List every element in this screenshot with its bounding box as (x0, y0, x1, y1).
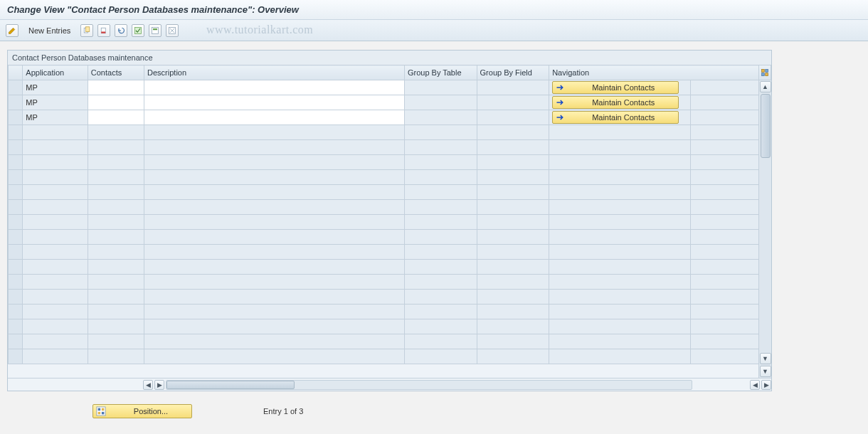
scroll-left-button[interactable]: ◀ (143, 380, 153, 390)
table-header-row: Application Contacts Description Group B… (9, 65, 761, 80)
description-input[interactable] (144, 95, 404, 110)
empty-cell (144, 155, 405, 170)
empty-cell (144, 230, 405, 245)
select-block-button[interactable] (149, 24, 162, 37)
delete-button[interactable] (97, 24, 110, 37)
grid-wrap: Application Contacts Description Group B… (8, 65, 771, 378)
contacts-input[interactable] (88, 95, 144, 110)
empty-cell (23, 349, 88, 364)
cell-application[interactable]: MP (23, 110, 88, 125)
toggle-display-change-button[interactable] (6, 24, 18, 37)
table-settings-button[interactable] (758, 65, 771, 80)
hscroll-thumb[interactable] (166, 381, 295, 389)
deselect-all-button[interactable] (166, 24, 179, 37)
row-selector[interactable] (9, 260, 23, 275)
scroll-left-end-button[interactable]: ◀ (750, 380, 760, 390)
empty-cell (549, 275, 691, 290)
col-group-by-table[interactable]: Group By Table (404, 65, 477, 80)
empty-cell (691, 245, 761, 260)
maintain-contacts-button[interactable]: Maintain Contacts (552, 111, 679, 124)
cell-contacts[interactable] (88, 95, 144, 110)
hscroll-track[interactable] (166, 380, 692, 390)
undo-change-button[interactable] (115, 24, 127, 37)
copy-as-button[interactable] (80, 24, 93, 37)
empty-cell (88, 319, 144, 334)
cell-description[interactable] (144, 110, 405, 125)
description-input[interactable] (144, 80, 404, 95)
cell-application[interactable]: MP (23, 80, 88, 95)
cell-description[interactable] (144, 80, 405, 95)
empty-cell (691, 305, 761, 319)
select-all-button[interactable] (132, 24, 144, 37)
horizontal-scrollbar[interactable]: ◀ ▶ ◀ ▶ (8, 378, 771, 391)
scroll-right-end-button[interactable]: ▶ (761, 380, 771, 390)
empty-cell (88, 185, 144, 200)
row-selector[interactable] (9, 140, 23, 155)
row-selector[interactable] (9, 110, 23, 125)
entry-count-text: Entry 1 of 3 (263, 407, 303, 416)
maintain-contacts-button[interactable]: Maintain Contacts (552, 81, 679, 94)
empty-cell (549, 125, 691, 140)
col-group-by-field[interactable]: Group By Field (477, 65, 549, 80)
svg-rect-13 (766, 73, 768, 76)
empty-cell (691, 349, 761, 364)
empty-cell (549, 185, 691, 200)
col-application[interactable]: Application (23, 65, 88, 80)
scroll-thumb[interactable] (761, 94, 771, 158)
scroll-down-button-2[interactable]: ▼ (760, 366, 771, 377)
row-selector[interactable] (9, 245, 23, 260)
row-selector[interactable] (9, 200, 23, 215)
cell-group-by-table[interactable] (404, 95, 477, 110)
col-description[interactable]: Description (144, 65, 405, 80)
scroll-up-button[interactable]: ▲ (760, 81, 771, 92)
cell-contacts[interactable] (88, 110, 144, 125)
row-selector[interactable] (9, 80, 23, 95)
empty-cell (477, 230, 549, 245)
empty-cell (404, 215, 477, 230)
empty-cell (477, 260, 549, 275)
row-selector[interactable] (9, 275, 23, 290)
empty-cell (404, 200, 477, 215)
row-selector[interactable] (9, 290, 23, 305)
empty-cell (144, 260, 405, 275)
cell-description[interactable] (144, 95, 405, 110)
empty-cell (404, 349, 477, 364)
row-selector[interactable] (9, 170, 23, 185)
row-selector[interactable] (9, 305, 23, 319)
vertical-scrollbar[interactable]: ▲ ▼ ▼ (758, 80, 771, 378)
cell-application[interactable]: MP (23, 95, 88, 110)
description-input[interactable] (144, 110, 404, 125)
cell-group-by-field[interactable] (477, 95, 549, 110)
row-selector[interactable] (9, 125, 23, 140)
contacts-input[interactable] (88, 80, 144, 95)
cell-group-by-table[interactable] (404, 80, 477, 95)
row-selector[interactable] (9, 185, 23, 200)
position-button[interactable]: Position... (92, 404, 192, 418)
empty-cell (691, 185, 761, 200)
col-navigation[interactable]: Navigation (549, 65, 761, 80)
row-selector[interactable] (9, 215, 23, 230)
cell-contacts[interactable] (88, 80, 144, 95)
new-entries-button[interactable]: New Entries (23, 23, 76, 38)
cell-group-by-table[interactable] (404, 110, 477, 125)
contacts-input[interactable] (88, 110, 144, 125)
row-selector[interactable] (9, 155, 23, 170)
col-contacts[interactable]: Contacts (88, 65, 144, 80)
col-selector[interactable] (9, 65, 23, 80)
maintain-contacts-button[interactable]: Maintain Contacts (552, 96, 679, 109)
empty-cell (477, 245, 549, 260)
row-selector[interactable] (9, 334, 23, 349)
row-selector[interactable] (9, 230, 23, 245)
scroll-down-button[interactable]: ▼ (760, 353, 771, 364)
row-selector[interactable] (9, 95, 23, 110)
title-bar: Change View "Contact Person Databases ma… (0, 0, 868, 20)
position-button-label: Position... (110, 407, 191, 416)
cell-group-by-field[interactable] (477, 110, 549, 125)
empty-cell (549, 215, 691, 230)
row-selector[interactable] (9, 319, 23, 334)
cell-group-by-field[interactable] (477, 80, 549, 95)
scroll-right-button[interactable]: ▶ (154, 380, 164, 390)
row-selector[interactable] (9, 349, 23, 364)
svg-rect-3 (102, 31, 106, 33)
empty-cell (477, 140, 549, 155)
